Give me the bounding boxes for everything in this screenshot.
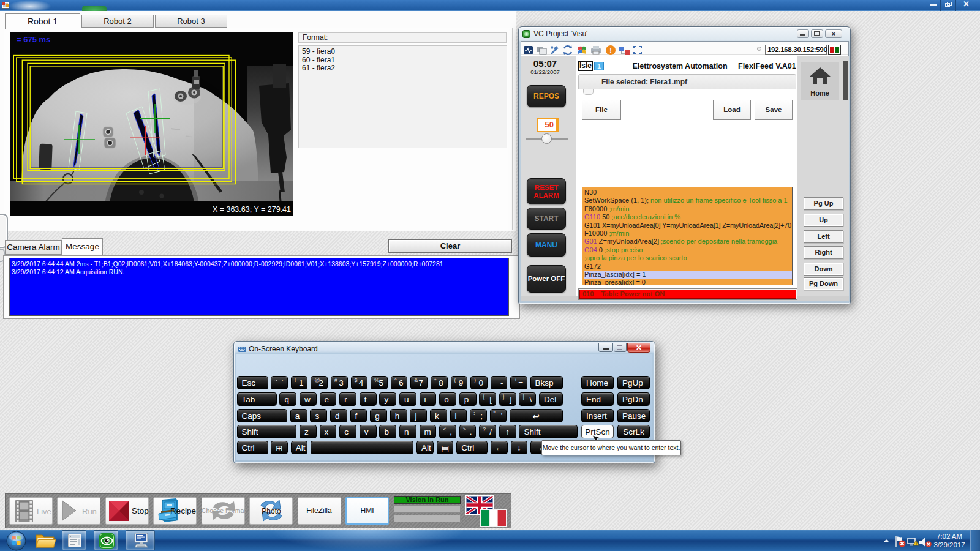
- svg-text:Run: Run: [82, 507, 97, 516]
- svg-text:Photo: Photo: [262, 507, 281, 515]
- svg-text:Choose Format: Choose Format: [202, 507, 246, 514]
- svg-text:!: !: [609, 47, 612, 54]
- svg-text:= 675 ms: = 675 ms: [17, 35, 50, 44]
- svg-text:Live: Live: [37, 507, 51, 516]
- svg-text:Recipe: Recipe: [170, 506, 196, 515]
- svg-text:X = 363.63; Y = 279.41: X = 363.63; Y = 279.41: [213, 205, 291, 214]
- svg-text:Stop: Stop: [132, 506, 149, 515]
